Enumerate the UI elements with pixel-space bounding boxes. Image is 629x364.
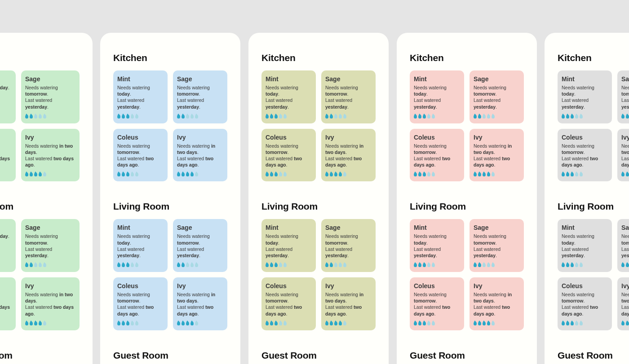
plant-card[interactable]: ColeusNeeds watering tomorrow.Last water… <box>410 129 464 182</box>
plant-card[interactable]: IvyNeeds watering in two days.Last water… <box>321 129 376 182</box>
plant-name: Coleus <box>117 282 164 289</box>
water-drop-icon <box>279 263 282 267</box>
theme-preview-panel: KitchenMintNeeds watering today.Last wat… <box>0 33 93 364</box>
plant-card[interactable]: MintNeeds watering today.Last watered ye… <box>261 70 316 123</box>
water-drop-icon <box>575 114 578 118</box>
plant-card[interactable]: MintNeeds watering today.Last watered ye… <box>261 219 316 272</box>
water-drop-icon <box>135 263 138 267</box>
plant-name: Sage <box>325 224 372 231</box>
room-title: Kitchen <box>261 53 376 63</box>
plant-card[interactable]: SageNeeds watering tomorrow.Last watered… <box>617 219 629 272</box>
plant-card[interactable]: ColeusNeeds watering tomorrow.Last water… <box>558 129 612 182</box>
water-drop-icon <box>339 321 342 325</box>
plant-name: Coleus <box>266 134 312 141</box>
plant-card[interactable]: SageNeeds watering tomorrow.Last watered… <box>470 219 524 272</box>
plant-card[interactable]: ColeusNeeds watering tomorrow.Last water… <box>0 129 16 182</box>
plant-card[interactable]: MintNeeds watering today.Last watered ye… <box>558 219 612 272</box>
water-drop-icon <box>330 321 333 325</box>
water-level <box>177 321 223 325</box>
water-drop-icon <box>190 172 194 176</box>
plant-card[interactable]: IvyNeeds watering in two days.Last water… <box>470 277 524 330</box>
water-drop-icon <box>492 172 495 176</box>
plant-card[interactable]: ColeusNeeds watering tomorrow.Last water… <box>558 277 612 330</box>
plant-card[interactable]: SageNeeds watering tomorrow.Last watered… <box>173 70 227 123</box>
needs-watering-text: Needs watering in two days. <box>325 143 372 155</box>
plant-card[interactable]: SageNeeds watering tomorrow.Last watered… <box>470 70 524 123</box>
water-drop-icon <box>325 172 328 176</box>
needs-watering-text: Needs watering in two days. <box>621 143 629 155</box>
plant-card[interactable]: IvyNeeds watering in two days.Last water… <box>617 277 629 330</box>
room-title: Kitchen <box>0 53 80 63</box>
plant-card[interactable]: MintNeeds watering today.Last watered ye… <box>0 219 16 272</box>
plant-card[interactable]: MintNeeds watering today.Last watered ye… <box>113 219 168 272</box>
needs-watering-text: Needs watering tomorrow. <box>0 291 12 304</box>
water-drop-icon <box>177 172 180 176</box>
needs-watering-text: Needs watering tomorrow. <box>266 143 312 155</box>
needs-watering-text: Needs watering tomorrow. <box>25 84 75 97</box>
plant-card[interactable]: IvyNeeds watering in two days.Last water… <box>173 277 227 330</box>
water-drop-icon <box>487 263 490 267</box>
plant-card[interactable]: IvyNeeds watering in two days.Last water… <box>21 277 80 330</box>
plant-card[interactable]: ColeusNeeds watering tomorrow.Last water… <box>113 129 168 182</box>
plant-card[interactable]: ColeusNeeds watering tomorrow.Last water… <box>261 277 316 330</box>
water-drop-icon <box>126 172 129 176</box>
last-watered-text: Last watered two days ago. <box>474 304 520 316</box>
plant-card[interactable]: ColeusNeeds watering tomorrow.Last water… <box>113 277 168 330</box>
room-title: Guest Room <box>410 350 524 361</box>
plant-card[interactable]: IvyNeeds watering in two days.Last water… <box>617 129 629 182</box>
plant-card[interactable]: IvyNeeds watering in two days.Last water… <box>321 277 376 330</box>
plant-card[interactable]: MintNeeds watering today.Last watered ye… <box>410 70 464 123</box>
plant-card[interactable]: SageNeeds watering tomorrow.Last watered… <box>21 70 80 123</box>
plant-card[interactable]: SageNeeds watering tomorrow.Last watered… <box>321 219 376 272</box>
water-level <box>177 114 223 118</box>
plant-card[interactable]: ColeusNeeds watering tomorrow.Last water… <box>261 129 316 182</box>
plant-card[interactable]: ColeusNeeds watering tomorrow.Last water… <box>410 277 464 330</box>
water-drop-icon <box>283 321 287 325</box>
water-drop-icon <box>275 172 278 176</box>
plant-card[interactable]: SageNeeds watering tomorrow.Last watered… <box>321 70 376 123</box>
water-drop-icon <box>575 321 578 325</box>
needs-watering-text: Needs watering in two days. <box>177 291 223 304</box>
plant-card[interactable]: SageNeeds watering tomorrow.Last watered… <box>617 70 629 123</box>
last-watered-text: Last watered two days ago. <box>621 155 629 168</box>
plant-name: Sage <box>474 75 520 83</box>
water-drop-icon <box>487 321 490 325</box>
water-level <box>414 263 460 267</box>
plant-grid: MintNeeds watering today.Last watered ye… <box>261 219 376 330</box>
water-drop-icon <box>25 263 28 267</box>
water-drop-icon <box>325 114 328 118</box>
plant-card[interactable]: IvyNeeds watering in two days.Last water… <box>173 129 227 182</box>
plant-name: Ivy <box>25 134 75 141</box>
water-drop-icon <box>135 114 138 118</box>
plant-card[interactable]: SageNeeds watering tomorrow.Last watered… <box>21 219 80 272</box>
plant-card[interactable]: IvyNeeds watering in two days.Last water… <box>21 129 80 182</box>
plant-card[interactable]: SageNeeds watering tomorrow.Last watered… <box>173 219 227 272</box>
water-drop-icon <box>117 321 120 325</box>
water-level <box>474 172 520 176</box>
plant-card[interactable]: MintNeeds watering today.Last watered ye… <box>558 70 612 123</box>
plant-name: Ivy <box>474 282 520 289</box>
water-drop-icon <box>182 321 185 325</box>
water-drop-icon <box>131 321 134 325</box>
water-drop-icon <box>186 172 189 176</box>
water-level <box>325 321 372 325</box>
last-watered-text: Last watered yesterday. <box>177 246 223 259</box>
water-drop-icon <box>571 321 574 325</box>
water-drop-icon <box>190 263 194 267</box>
plant-card[interactable]: MintNeeds watering today.Last watered ye… <box>113 70 168 123</box>
plant-card[interactable]: ColeusNeeds watering tomorrow.Last water… <box>0 277 16 330</box>
water-drop-icon <box>195 263 198 267</box>
room-section: KitchenMintNeeds watering today.Last wat… <box>0 53 80 181</box>
plant-card[interactable]: MintNeeds watering today.Last watered ye… <box>0 70 16 123</box>
water-level <box>562 263 608 267</box>
water-drop-icon <box>427 263 430 267</box>
water-level <box>25 114 75 118</box>
plant-name: Mint <box>562 75 608 83</box>
water-level <box>266 114 312 118</box>
water-drop-icon <box>279 172 282 176</box>
water-level <box>325 114 372 118</box>
plant-card[interactable]: IvyNeeds watering in two days.Last water… <box>470 129 524 182</box>
plant-card[interactable]: MintNeeds watering today.Last watered ye… <box>410 219 464 272</box>
water-drop-icon <box>43 321 46 325</box>
water-level <box>266 172 312 176</box>
